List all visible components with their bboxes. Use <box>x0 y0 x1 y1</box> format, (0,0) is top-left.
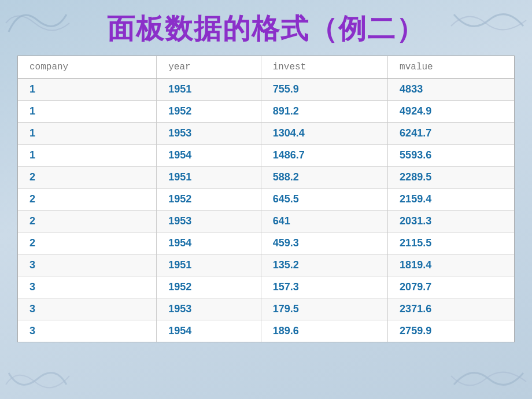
cell-company: 3 <box>18 254 157 276</box>
cell-mvalue: 4924.9 <box>388 101 514 123</box>
cell-invest: 189.6 <box>261 320 387 342</box>
table-row: 11951755.94833 <box>18 79 514 101</box>
cell-mvalue: 2371.6 <box>388 298 514 320</box>
col-header-year: year <box>157 56 261 79</box>
table-row: 119531304.46241.7 <box>18 123 514 145</box>
cell-company: 1 <box>18 79 157 101</box>
cell-mvalue: 2759.9 <box>388 320 514 342</box>
cell-company: 2 <box>18 189 157 210</box>
cell-year: 1954 <box>157 232 261 254</box>
cell-year: 1952 <box>157 276 261 298</box>
cell-invest: 1304.4 <box>261 123 387 145</box>
cell-company: 2 <box>18 167 157 189</box>
cell-mvalue: 2031.3 <box>388 210 514 232</box>
cell-company: 2 <box>18 232 157 254</box>
col-header-mvalue: mvalue <box>388 56 514 79</box>
cell-company: 2 <box>18 210 157 232</box>
cell-mvalue: 6241.7 <box>388 123 514 145</box>
cell-year: 1952 <box>157 101 261 123</box>
cell-mvalue: 4833 <box>388 79 514 101</box>
cell-company: 1 <box>18 145 157 167</box>
table-row: 219536412031.3 <box>18 210 514 232</box>
cell-year: 1954 <box>157 320 261 342</box>
col-header-company: company <box>18 56 157 79</box>
cell-invest: 641 <box>261 210 387 232</box>
cell-invest: 179.5 <box>261 298 387 320</box>
cell-year: 1951 <box>157 254 261 276</box>
table-row: 31954189.62759.9 <box>18 320 514 342</box>
data-table: company year invest mvalue 11951755.9483… <box>18 56 514 342</box>
cell-invest: 157.3 <box>261 276 387 298</box>
table-row: 21952645.52159.4 <box>18 189 514 210</box>
cell-invest: 891.2 <box>261 101 387 123</box>
cell-year: 1952 <box>157 189 261 210</box>
table-header-row: company year invest mvalue <box>18 56 514 79</box>
cell-year: 1953 <box>157 210 261 232</box>
cell-company: 3 <box>18 276 157 298</box>
cell-year: 1953 <box>157 298 261 320</box>
cell-company: 1 <box>18 123 157 145</box>
table-row: 11952891.24924.9 <box>18 101 514 123</box>
table-row: 21954459.32115.5 <box>18 232 514 254</box>
col-header-invest: invest <box>261 56 387 79</box>
table-row: 31953179.52371.6 <box>18 298 514 320</box>
table-row: 21951588.22289.5 <box>18 167 514 189</box>
data-table-container: company year invest mvalue 11951755.9483… <box>17 56 515 342</box>
cell-company: 1 <box>18 101 157 123</box>
cell-invest: 645.5 <box>261 189 387 210</box>
cell-mvalue: 2115.5 <box>388 232 514 254</box>
table-row: 31952157.32079.7 <box>18 276 514 298</box>
cell-mvalue: 5593.6 <box>388 145 514 167</box>
cell-invest: 755.9 <box>261 79 387 101</box>
cell-invest: 135.2 <box>261 254 387 276</box>
cell-invest: 459.3 <box>261 232 387 254</box>
table-row: 119541486.75593.6 <box>18 145 514 167</box>
cell-mvalue: 2159.4 <box>388 189 514 210</box>
cell-invest: 588.2 <box>261 167 387 189</box>
cell-year: 1954 <box>157 145 261 167</box>
page-title: 面板数据的格式（例二） <box>0 0 532 56</box>
cell-company: 3 <box>18 298 157 320</box>
cell-invest: 1486.7 <box>261 145 387 167</box>
table-row: 31951135.21819.4 <box>18 254 514 276</box>
cell-mvalue: 2079.7 <box>388 276 514 298</box>
cell-year: 1951 <box>157 79 261 101</box>
cell-mvalue: 1819.4 <box>388 254 514 276</box>
cell-company: 3 <box>18 320 157 342</box>
cell-year: 1953 <box>157 123 261 145</box>
cell-mvalue: 2289.5 <box>388 167 514 189</box>
cell-year: 1951 <box>157 167 261 189</box>
